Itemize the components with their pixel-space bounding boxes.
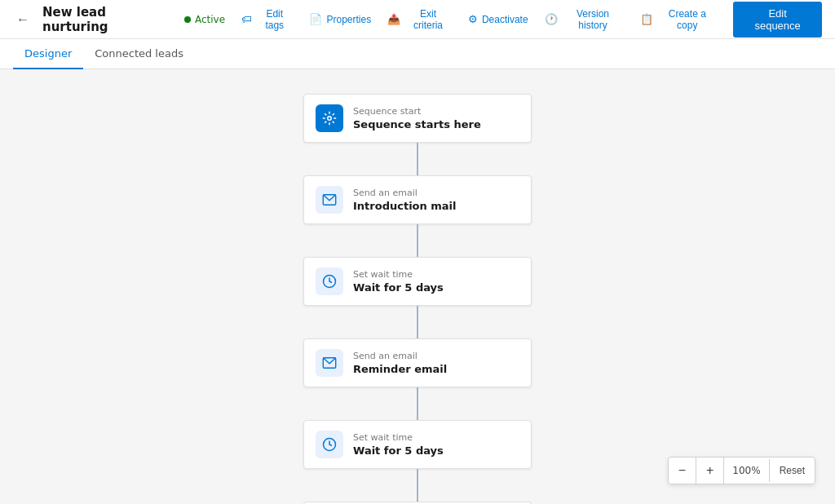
zoom-controls: − + 100% Reset — [668, 457, 815, 484]
back-button[interactable]: ← — [13, 9, 33, 30]
zoom-reset-button[interactable]: Reset — [770, 459, 815, 482]
clock-icon: 🕐 — [545, 13, 558, 25]
wait-icon-2 — [316, 431, 343, 458]
intro-email-text: Send an email Introduction mail — [353, 188, 457, 212]
wait-1-text: Set wait time Wait for 5 days — [353, 269, 444, 294]
reminder-email-text: Send an email Reminder email — [353, 351, 447, 375]
connector-2 — [417, 224, 418, 257]
zoom-level: 100% — [724, 459, 769, 482]
step-intro-email[interactable]: Send an email Introduction mail — [303, 175, 532, 224]
step-wait-2[interactable]: Set wait time Wait for 5 days — [303, 420, 532, 469]
page-title: New lead nurturing — [42, 5, 175, 34]
tab-connected-leads[interactable]: Connected leads — [83, 39, 195, 69]
edit-sequence-button[interactable]: Edit sequence — [733, 2, 822, 38]
zoom-in-button[interactable]: + — [696, 458, 724, 484]
reminder-email-title: Reminder email — [353, 363, 447, 375]
wait-icon-1 — [316, 267, 343, 295]
gear-icon: ⚙ — [468, 13, 478, 25]
connector-5 — [417, 469, 418, 502]
wait-1-label: Set wait time — [353, 269, 444, 280]
intro-email-title: Introduction mail — [353, 200, 457, 212]
wait-2-label: Set wait time — [353, 432, 444, 443]
app-header: ← New lead nurturing Active 🏷 Edit tags … — [0, 0, 835, 39]
deactivate-button[interactable]: ⚙ Deactivate — [462, 9, 535, 29]
sequence-start-title: Sequence starts here — [353, 118, 481, 130]
edit-tags-button[interactable]: 🏷 Edit tags — [235, 4, 299, 35]
reminder-email-label: Send an email — [353, 351, 447, 361]
doc-icon: 📄 — [309, 13, 322, 25]
wait-2-title: Wait for 5 days — [353, 444, 444, 457]
status-label: Active — [195, 14, 225, 25]
tag-icon: 🏷 — [241, 13, 252, 25]
tabs-bar: Designer Connected leads — [0, 39, 835, 69]
exit-criteria-button[interactable]: 📤 Exit criteria — [381, 4, 458, 35]
step-sequence-start[interactable]: Sequence start Sequence starts here — [303, 94, 532, 143]
wait-2-text: Set wait time Wait for 5 days — [353, 432, 444, 457]
status-dot — [184, 16, 191, 23]
wait-1-title: Wait for 5 days — [353, 281, 444, 294]
status-badge: Active — [184, 14, 225, 25]
sequence-start-text: Sequence start Sequence starts here — [353, 106, 481, 130]
sequence-start-label: Sequence start — [353, 106, 481, 117]
connector-1 — [417, 143, 418, 175]
create-copy-button[interactable]: 📋 Create a copy — [634, 4, 723, 35]
exit-icon: 📤 — [387, 13, 400, 25]
flow-canvas: Sequence start Sequence starts here Send… — [0, 69, 835, 504]
email-icon-1 — [316, 186, 343, 214]
connector-4 — [417, 387, 418, 420]
copy-icon: 📋 — [640, 13, 653, 25]
header-actions: 🏷 Edit tags 📄 Properties 📤 Exit criteria… — [235, 2, 822, 38]
email-icon-2 — [316, 349, 343, 377]
flow-container: Sequence start Sequence starts here Send… — [295, 94, 540, 504]
step-reminder-email[interactable]: Send an email Reminder email — [303, 338, 532, 387]
properties-button[interactable]: 📄 Properties — [303, 9, 378, 29]
intro-email-label: Send an email — [353, 188, 457, 198]
step-wait-1[interactable]: Set wait time Wait for 5 days — [303, 257, 532, 306]
svg-point-0 — [328, 117, 332, 121]
version-history-button[interactable]: 🕐 Version history — [538, 4, 631, 35]
tab-designer[interactable]: Designer — [13, 39, 83, 69]
sequence-start-icon — [316, 104, 343, 132]
connector-3 — [417, 306, 418, 338]
zoom-out-button[interactable]: − — [669, 458, 696, 484]
